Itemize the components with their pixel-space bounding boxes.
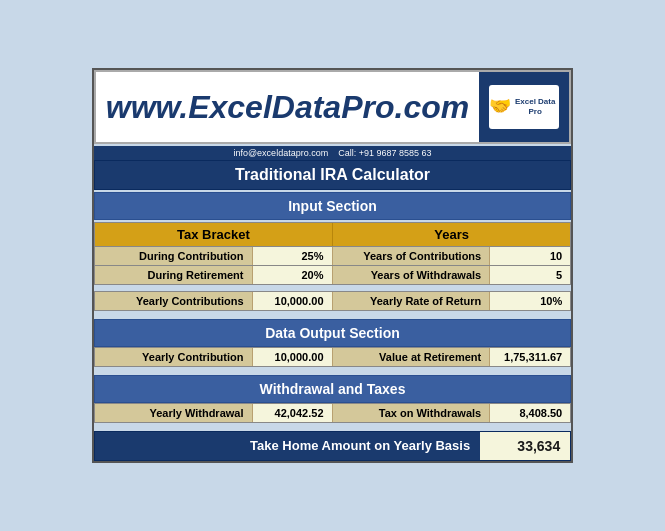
- during-retirement-value[interactable]: 20%: [253, 266, 333, 284]
- years-of-withdrawals-label: Years of Withdrawals: [333, 266, 491, 284]
- contact-email: info@exceldatapro.com: [233, 148, 328, 158]
- yearly-withdrawal-value: 42,042.52: [253, 404, 333, 422]
- yearly-contribution-output-label: Yearly Contribution: [95, 348, 253, 366]
- contribution-row: During Contribution 25% Years of Contrib…: [94, 247, 571, 266]
- years-of-contributions-value[interactable]: 10: [490, 247, 570, 265]
- header-row: www.ExcelDataPro.com 🤝 Excel Data Pro: [94, 70, 571, 144]
- spacer2: [94, 311, 571, 317]
- takehome-row: Take Home Amount on Yearly Basis 33,634: [94, 431, 571, 461]
- value-at-retirement-label: Value at Retirement: [333, 348, 491, 366]
- contact-phone: Call: +91 9687 8585 63: [338, 148, 431, 158]
- yearly-contributions-label: Yearly Contributions: [95, 292, 253, 310]
- tax-bracket-header: Tax Bracket: [95, 223, 333, 246]
- calculator-title: Traditional IRA Calculator: [94, 160, 571, 190]
- tax-years-header-row: Tax Bracket Years: [94, 222, 571, 247]
- output-data-row: Yearly Contribution 10,000.00 Value at R…: [94, 347, 571, 367]
- contact-row: info@exceldatapro.com Call: +91 9687 858…: [94, 146, 571, 160]
- spacer3: [94, 367, 571, 373]
- years-of-contributions-label: Years of Contributions: [333, 247, 491, 265]
- calculator-frame: www.ExcelDataPro.com 🤝 Excel Data Pro in…: [92, 68, 573, 463]
- during-contribution-label: During Contribution: [95, 247, 253, 265]
- yearly-contribution-output-value: 10,000.00: [253, 348, 333, 366]
- handshake-icon: 🤝: [489, 96, 511, 118]
- tax-on-withdrawals-value: 8,408.50: [490, 404, 570, 422]
- website-title: www.ExcelDataPro.com: [96, 81, 479, 134]
- logo-block: 🤝 Excel Data Pro: [479, 72, 569, 142]
- withdrawal-section-header: Withdrawal and Taxes: [94, 375, 571, 403]
- withdrawal-data-row: Yearly Withdrawal 42,042.52 Tax on Withd…: [94, 403, 571, 423]
- retirement-row: During Retirement 20% Years of Withdrawa…: [94, 266, 571, 285]
- years-header: Years: [333, 223, 570, 246]
- tax-on-withdrawals-label: Tax on Withdrawals: [333, 404, 491, 422]
- during-contribution-value[interactable]: 25%: [253, 247, 333, 265]
- value-at-retirement-value: 1,75,311.67: [490, 348, 570, 366]
- input-section-header: Input Section: [94, 192, 571, 220]
- years-of-withdrawals-value[interactable]: 5: [490, 266, 570, 284]
- yearly-contrib-rate-row: Yearly Contributions 10,000.00 Yearly Ra…: [94, 291, 571, 311]
- takehome-value: 33,634: [480, 432, 570, 460]
- takehome-label: Take Home Amount on Yearly Basis: [95, 432, 480, 460]
- during-retirement-label: During Retirement: [95, 266, 253, 284]
- logo-text: Excel Data Pro: [511, 97, 559, 116]
- yearly-contributions-value[interactable]: 10,000.00: [253, 292, 333, 310]
- output-section-header: Data Output Section: [94, 319, 571, 347]
- spacer4: [94, 423, 571, 429]
- logo-inner: 🤝 Excel Data Pro: [489, 85, 559, 129]
- yearly-rate-label: Yearly Rate of Return: [333, 292, 491, 310]
- yearly-withdrawal-label: Yearly Withdrawal: [95, 404, 253, 422]
- yearly-rate-value[interactable]: 10%: [490, 292, 570, 310]
